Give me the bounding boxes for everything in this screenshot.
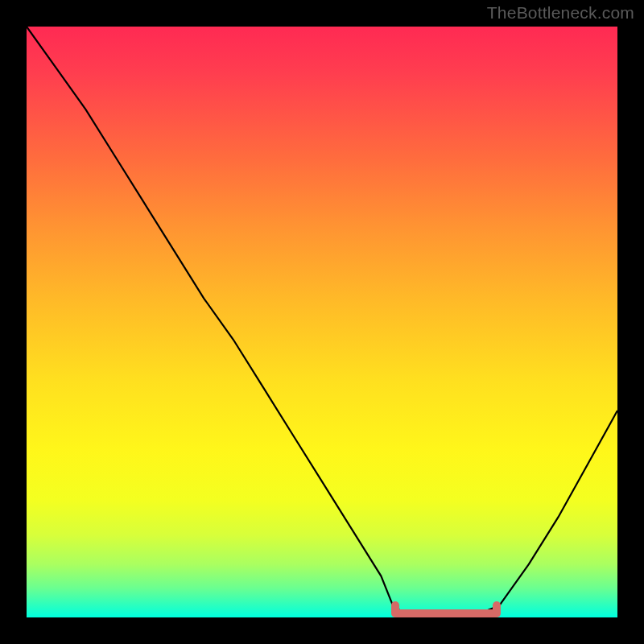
watermark-text: TheBottleneck.com (487, 3, 634, 23)
chart-curve (27, 27, 617, 617)
chart-plot-area (27, 27, 617, 617)
optimum-range-highlight (393, 609, 499, 617)
